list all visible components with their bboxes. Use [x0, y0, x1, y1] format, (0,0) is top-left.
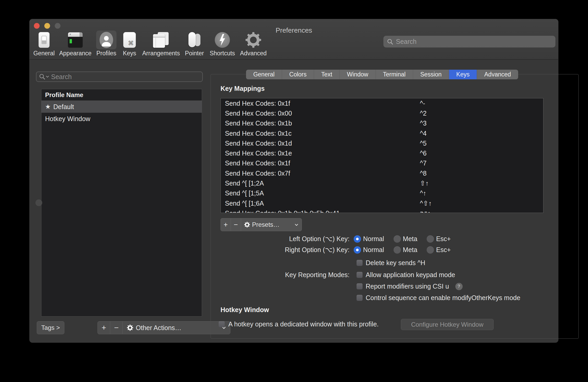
add-mapping-button[interactable]: +: [221, 218, 231, 231]
mapping-shortcut: ^5: [420, 140, 427, 147]
other-actions-label: Other Actions…: [136, 324, 219, 332]
mapping-action: Send Hex Codes: 0x1f: [225, 159, 290, 167]
gear-icon: [127, 325, 133, 331]
radio-label: Meta: [403, 246, 418, 254]
hotkey-window-heading: Hotkey Window: [220, 306, 269, 314]
modify-other-keys-checkbox-row: Control sequence can enable modifyOtherK…: [357, 294, 520, 302]
search-icon: [387, 39, 393, 45]
presets-dropdown[interactable]: Presets…: [241, 218, 302, 231]
key-mapping-row[interactable]: Send Hex Codes: 0x1e^6: [221, 148, 543, 158]
mapping-action: Send ^[ [1;2A: [225, 180, 264, 187]
keypad-mode-checkbox-row: Allow application keypad mode: [357, 271, 455, 279]
mapping-shortcut: ^↑: [420, 189, 426, 197]
radio-esc[interactable]: [427, 235, 434, 243]
tab-text[interactable]: Text: [314, 70, 340, 79]
profile-search[interactable]: [36, 71, 203, 82]
right-option-radio-group: Normal Meta Esc+: [354, 246, 458, 254]
tab-general[interactable]: General: [246, 70, 282, 79]
tags-button[interactable]: Tags >: [37, 321, 64, 334]
sidebar-drag-handle[interactable]: [35, 199, 42, 206]
star-icon: ★: [45, 103, 51, 110]
remove-profile-button[interactable]: −: [110, 321, 123, 334]
radio-meta[interactable]: [394, 246, 401, 254]
profile-tabs: General Colors Text Window Terminal Sess…: [246, 70, 518, 79]
key-mapping-row[interactable]: Send Hex Codes: 0x1b^3: [221, 118, 543, 128]
toolbar-search[interactable]: [383, 36, 555, 47]
delete-key-checkbox[interactable]: [357, 260, 363, 266]
titlebar: Preferences General × Appearance Profile…: [29, 19, 558, 60]
mapping-action: Send Hex Codes: 0x7f: [225, 170, 290, 177]
toolbar-item-advanced[interactable]: Advanced: [234, 31, 273, 57]
left-option-radio-group: Normal Meta Esc+: [354, 235, 458, 243]
radio-label: Meta: [403, 235, 418, 243]
search-scope-chevron-icon: [46, 76, 49, 78]
shortcuts-icon: [215, 32, 230, 48]
mapping-shortcut: ^4: [420, 130, 427, 137]
mapping-shortcut: ⌥↑: [420, 210, 431, 213]
mapping-action: Send ^[ [1;5A: [225, 189, 264, 197]
csi-u-checkbox[interactable]: [357, 283, 363, 289]
profile-name: Default: [53, 103, 74, 111]
appearance-icon: ×: [68, 32, 83, 47]
profile-row-default[interactable]: ★ Default: [41, 101, 202, 113]
mapping-action: Send ^[ [1;6A: [225, 200, 264, 207]
gear-icon: [244, 222, 250, 228]
key-mapping-row[interactable]: Send Hex Codes: 0x00^2: [221, 108, 543, 118]
mapping-shortcut: ⇧↑: [420, 180, 428, 187]
profile-row-hotkey-window[interactable]: Hotkey Window: [41, 113, 202, 125]
radio-meta[interactable]: [394, 235, 401, 243]
mapping-shortcut: ^3: [420, 120, 427, 127]
tab-advanced[interactable]: Advanced: [477, 70, 518, 79]
mapping-action: Send Hex Codes: 0x00: [225, 110, 292, 117]
keypad-mode-checkbox[interactable]: [357, 272, 363, 278]
mapping-action: Send Hex Codes: 0x1c: [225, 130, 292, 137]
tab-keys[interactable]: Keys: [449, 70, 477, 79]
mapping-shortcut: ^2: [420, 110, 427, 117]
configure-hotkey-window-button[interactable]: Configure Hotkey Window: [401, 319, 494, 330]
key-mapping-row[interactable]: Send Hex Codes: 0x1f^7: [221, 158, 543, 168]
toolbar-search-input[interactable]: [396, 38, 552, 45]
radio-normal[interactable]: [354, 246, 361, 254]
radio-normal[interactable]: [354, 235, 361, 243]
remove-mapping-button[interactable]: −: [231, 218, 241, 231]
checkbox-label: A hotkey opens a dedicated window with t…: [228, 320, 379, 328]
mapping-action: Send Hex Codes: 0x1b 0x1b 0x5b 0x41: [225, 210, 340, 213]
add-profile-button[interactable]: +: [98, 321, 110, 334]
key-reporting-modes-label: Key Reporting Modes:: [186, 271, 350, 279]
key-mapping-row[interactable]: Send Hex Codes: 0x1f^-: [221, 98, 543, 108]
mapping-shortcut: ^6: [420, 150, 427, 157]
mapping-shortcut: ^-: [420, 100, 425, 107]
csi-u-checkbox-row: Report modifiers using CSI u ?: [357, 283, 463, 290]
help-button[interactable]: ?: [455, 283, 463, 290]
key-mapping-row[interactable]: Send Hex Codes: 0x1d^5: [221, 138, 543, 148]
mapping-shortcut: ^8: [420, 170, 427, 177]
key-mapping-row[interactable]: Send Hex Codes: 0x7f^8: [221, 168, 543, 178]
checkbox-label: Allow application keypad mode: [366, 271, 455, 279]
hotkey-checkbox[interactable]: [219, 321, 225, 327]
presets-label: Presets…: [252, 221, 292, 228]
key-mapping-row[interactable]: Send ^[ [1;5A^↑: [221, 188, 543, 198]
tab-session[interactable]: Session: [413, 70, 449, 79]
key-mapping-row[interactable]: Send ^[ [1;2A⇧↑: [221, 178, 543, 188]
tab-colors[interactable]: Colors: [282, 70, 314, 79]
general-icon: [39, 32, 50, 48]
key-mapping-row[interactable]: Send ^[ [1;6A^⇧↑: [221, 198, 543, 208]
mapping-actions-group: + − Presets…: [220, 218, 302, 231]
profile-search-input[interactable]: [51, 73, 200, 81]
radio-esc[interactable]: [427, 246, 434, 254]
key-mappings-list[interactable]: Send Hex Codes: 0x1f^- Send Hex Codes: 0…: [220, 98, 543, 213]
key-mappings-heading: Key Mappings: [220, 85, 265, 92]
mapping-action: Send Hex Codes: 0x1e: [225, 150, 292, 157]
tab-terminal[interactable]: Terminal: [376, 70, 413, 79]
key-mapping-row[interactable]: Send Hex Codes: 0x1c^4: [221, 128, 543, 138]
radio-label: Normal: [363, 235, 384, 243]
keys-icon: ⌘: [123, 32, 136, 48]
modify-other-keys-checkbox[interactable]: [357, 295, 363, 301]
tab-window[interactable]: Window: [339, 70, 375, 79]
toolbar-label: Advanced: [240, 50, 267, 57]
checkbox-label: Control sequence can enable modifyOtherK…: [366, 294, 520, 302]
mapping-action: Send Hex Codes: 0x1b: [225, 120, 292, 127]
key-mapping-row[interactable]: Send Hex Codes: 0x1b 0x1b 0x5b 0x41⌥↑: [221, 208, 543, 213]
toolbar-label: Pointer: [185, 50, 204, 57]
delete-key-checkbox-row: Delete key sends ^H: [357, 259, 425, 267]
